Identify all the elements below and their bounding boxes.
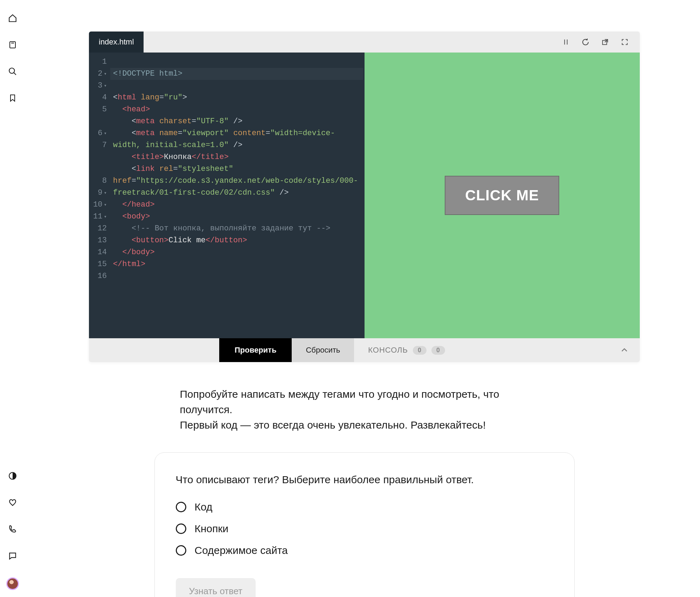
- editor-tab-bar: index.html: [89, 32, 640, 53]
- line-number: 2: [98, 68, 102, 80]
- code-editor-block: index.html 1: [89, 32, 640, 362]
- quiz-option-1[interactable]: Код: [176, 501, 553, 513]
- quiz-option-2[interactable]: Кнопки: [176, 523, 553, 535]
- svg-line-8: [605, 40, 608, 42]
- chevron-up-icon[interactable]: [619, 345, 629, 355]
- console-label: КОНСОЛЬ: [368, 346, 408, 355]
- quiz-card: Что описывают теги? Выберите наиболее пр…: [154, 452, 575, 597]
- home-icon[interactable]: [8, 13, 18, 23]
- search-icon[interactable]: [8, 67, 18, 76]
- avatar[interactable]: [6, 577, 19, 590]
- phone-icon[interactable]: [8, 524, 18, 534]
- console-toggle[interactable]: КОНСОЛЬ 0 0: [368, 338, 445, 362]
- preview-pane: CLICK ME: [365, 53, 640, 338]
- quiz-option-label: Код: [195, 501, 213, 513]
- fold-toggle-icon[interactable]: ▾: [104, 80, 106, 92]
- editor-body: 1 2▾ 3▾ 4 5 6▾ 7 8 9▾ 10▾ 11▾ 12 13 1: [89, 53, 640, 338]
- quiz-option-3[interactable]: Содержимое сайта: [176, 544, 553, 556]
- line-number: 15: [97, 258, 106, 270]
- code-text-area[interactable]: <!DOCTYPE html> <html lang="ru"> <head> …: [110, 53, 363, 338]
- book-icon[interactable]: [8, 40, 18, 50]
- reset-button[interactable]: Сбросить: [292, 338, 354, 362]
- quiz-option-label: Кнопки: [195, 523, 229, 535]
- line-number: 16: [97, 270, 106, 282]
- editor-footer: Проверить Сбросить КОНСОЛЬ 0 0: [89, 338, 640, 362]
- svg-line-3: [14, 72, 16, 75]
- line-number: 9: [98, 187, 102, 199]
- fold-toggle-icon[interactable]: ▾: [104, 199, 106, 211]
- description-line: Первый код — это всегда очень увлекатель…: [180, 417, 550, 433]
- code-gutter: 1 2▾ 3▾ 4 5 6▾ 7 8 9▾ 10▾ 11▾ 12 13 1: [89, 53, 110, 338]
- line-number: 12: [97, 223, 106, 235]
- line-number: 1: [102, 56, 107, 68]
- quiz-option-label: Содержимое сайта: [195, 544, 288, 556]
- preview-click-me-button[interactable]: CLICK ME: [445, 176, 559, 215]
- svg-rect-0: [10, 42, 15, 48]
- check-button[interactable]: Проверить: [219, 338, 292, 362]
- svg-point-2: [9, 68, 14, 73]
- fold-toggle-icon[interactable]: ▾: [104, 68, 106, 80]
- radio-icon: [176, 502, 186, 512]
- editor-toolbar: [561, 32, 640, 53]
- sidebar-bottom: [0, 471, 25, 597]
- open-external-icon[interactable]: [601, 37, 610, 47]
- fold-toggle-icon[interactable]: ▾: [104, 211, 106, 223]
- code-pane[interactable]: 1 2▾ 3▾ 4 5 6▾ 7 8 9▾ 10▾ 11▾ 12 13 1: [89, 53, 365, 338]
- refresh-icon[interactable]: [581, 37, 590, 47]
- description-text: Попробуйте написать между тегами что уго…: [179, 387, 550, 433]
- line-number: 13: [97, 235, 106, 247]
- line-number: 10: [93, 199, 102, 211]
- console-warning-count: 0: [431, 346, 445, 355]
- chat-icon[interactable]: [8, 551, 18, 561]
- quiz-question: Что описывают теги? Выберите наиболее пр…: [176, 474, 553, 486]
- quiz-submit-button[interactable]: Узнать ответ: [176, 578, 256, 597]
- line-number: 4: [102, 92, 107, 104]
- fullscreen-icon[interactable]: [620, 37, 629, 47]
- heart-icon[interactable]: [8, 498, 18, 507]
- radio-icon: [176, 545, 186, 556]
- pause-icon[interactable]: [561, 37, 570, 47]
- contrast-icon[interactable]: [8, 471, 18, 481]
- fold-toggle-icon[interactable]: ▾: [104, 127, 106, 139]
- line-number: 6: [98, 127, 102, 139]
- bookmark-icon[interactable]: [8, 93, 18, 103]
- line-number: 5: [102, 104, 107, 116]
- tab-index-html[interactable]: index.html: [89, 32, 144, 53]
- line-number: 3: [98, 80, 102, 92]
- main-content: index.html 1: [89, 32, 640, 597]
- line-number: 11: [93, 211, 102, 223]
- line-number: 14: [97, 247, 106, 258]
- console-error-count: 0: [413, 346, 427, 355]
- line-number: 7: [102, 139, 107, 151]
- fold-toggle-icon[interactable]: ▾: [104, 187, 106, 199]
- line-number: 8: [102, 175, 107, 187]
- description-line: Попробуйте написать между тегами что уго…: [180, 387, 550, 417]
- radio-icon: [176, 523, 186, 534]
